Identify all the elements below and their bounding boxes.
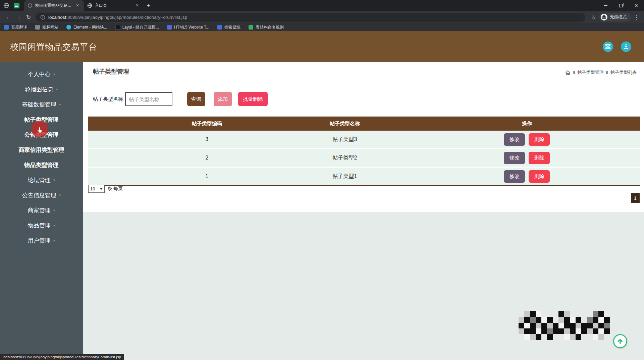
bookmark-label: 搜索壁纸 bbox=[224, 25, 240, 30]
tab-entry-page[interactable]: 入口页 × bbox=[84, 0, 144, 11]
window-close-button[interactable]: × bbox=[629, 0, 644, 11]
chevron-down-icon: ▾ bbox=[53, 72, 55, 77]
sidebar-nav: 个人中心▾ 轮播图信息▾ 基础数据管理▾ 帖子类型管理 公告类型管理 商家信用类… bbox=[0, 62, 83, 360]
minimize-icon bbox=[604, 5, 607, 6]
chevron-down-icon: ▾ bbox=[56, 87, 58, 92]
column-header-name: 帖子类型名称 bbox=[276, 121, 414, 127]
expand-arrows-icon bbox=[605, 44, 611, 50]
sidebar-item-label: 公告信息管理 bbox=[22, 191, 56, 199]
breadcrumb: Ⅱ 帖子类型管理 Ⅱ 帖子类型列表 bbox=[565, 70, 637, 76]
breadcrumb-item[interactable]: 帖子类型列表 bbox=[610, 70, 637, 76]
per-page-value: 10 bbox=[90, 186, 95, 191]
bookmark-favicon bbox=[249, 25, 253, 30]
bookmark-item[interactable]: 表结构命名规则 bbox=[249, 25, 284, 30]
new-tab-button[interactable]: + bbox=[144, 1, 154, 10]
search-field-label: 帖子类型名称 bbox=[93, 96, 123, 102]
edit-button[interactable]: 修改 bbox=[504, 152, 525, 164]
sidebar-item-personal-center[interactable]: 个人中心▾ bbox=[0, 67, 83, 82]
sidebar-item-label: 论坛管理 bbox=[28, 176, 51, 184]
reload-icon[interactable]: ↻ bbox=[23, 14, 34, 21]
bookmark-item[interactable]: 图标网站 bbox=[35, 25, 58, 30]
sidebar-item-label: 基础数据管理 bbox=[22, 101, 56, 108]
cell-name: 帖子类型3 bbox=[276, 136, 414, 143]
cell-code: 1 bbox=[138, 173, 276, 179]
click-indicator bbox=[31, 121, 48, 137]
sidebar-item-merchant[interactable]: 商家管理▾ bbox=[0, 203, 83, 218]
cell-name: 帖子类型2 bbox=[276, 154, 414, 162]
app-header: 校园闲置物品交易平台 bbox=[0, 31, 644, 62]
window-controls: × bbox=[598, 0, 644, 11]
user-icon bbox=[623, 44, 629, 50]
user-profile-button[interactable] bbox=[621, 42, 631, 52]
address-bar[interactable]: localhost:8080/wupinjiaoyipingtai/jsp/mo… bbox=[36, 13, 585, 22]
tab-favicon-globe-icon bbox=[28, 3, 33, 8]
back-to-top-button[interactable] bbox=[613, 334, 627, 348]
browser-menu-icon[interactable]: ⋮ bbox=[634, 14, 639, 20]
censored-watermark bbox=[519, 311, 610, 340]
current-page-button[interactable]: 1 bbox=[631, 193, 640, 203]
tab-current-page[interactable]: 校园闲置物品交易平台 × bbox=[24, 0, 84, 11]
home-icon[interactable] bbox=[565, 70, 571, 75]
forward-icon[interactable]: → bbox=[13, 14, 23, 20]
table-row: 3 帖子类型3 修改 删除 bbox=[88, 131, 640, 148]
chevron-down-icon: ▾ bbox=[53, 223, 55, 228]
delete-button[interactable]: 删除 bbox=[529, 170, 550, 183]
tab-close-icon[interactable]: × bbox=[134, 3, 140, 9]
back-icon[interactable]: ← bbox=[3, 14, 13, 20]
batch-delete-button[interactable]: 批量删除 bbox=[238, 92, 268, 106]
delete-button[interactable]: 删除 bbox=[529, 152, 550, 164]
breadcrumb-separator: Ⅱ bbox=[573, 70, 575, 75]
table-row: 1 帖子类型1 修改 删除 bbox=[88, 168, 640, 185]
table-header-row: 帖子类型编码 帖子类型名称 操作 bbox=[88, 117, 640, 131]
sidebar-item-merchant-credit-type[interactable]: 商家信用类型管理 bbox=[0, 142, 83, 158]
sidebar-item-notice-info[interactable]: 公告信息管理▾ bbox=[0, 188, 83, 203]
bookmark-item[interactable]: Layui - 经典开源模... bbox=[115, 25, 159, 30]
sidebar-item-label: 用户管理 bbox=[28, 237, 51, 244]
incognito-icon bbox=[601, 14, 607, 20]
sidebar-item-carousel-info[interactable]: 轮播图信息▾ bbox=[0, 82, 83, 97]
chevron-down-icon bbox=[100, 188, 103, 190]
sidebar-item-goods[interactable]: 物品管理▾ bbox=[0, 218, 83, 233]
bookmark-favicon bbox=[35, 25, 40, 30]
tab-close-icon[interactable]: × bbox=[74, 3, 80, 9]
sidebar-item-user[interactable]: 用户管理▾ bbox=[0, 233, 83, 248]
chevron-down-icon: ▾ bbox=[59, 102, 61, 107]
query-button[interactable]: 查询 bbox=[187, 92, 205, 106]
add-button[interactable]: 添加 bbox=[214, 92, 232, 106]
sidebar-item-label: 物品管理 bbox=[28, 222, 51, 229]
globe-pinned-tab-icon[interactable] bbox=[3, 3, 9, 8]
per-page-select[interactable]: 10 bbox=[88, 185, 105, 193]
cell-name: 帖子类型1 bbox=[276, 173, 414, 180]
sidebar-item-base-data[interactable]: 基础数据管理▾ bbox=[0, 97, 83, 112]
breadcrumb-item[interactable]: 帖子类型管理 bbox=[578, 70, 604, 76]
green-doc-pinned-tab-icon[interactable] bbox=[14, 3, 19, 8]
url-path: :8080/wupinjiaoyipingtai/jsp/modules/dic… bbox=[66, 15, 187, 20]
fullscreen-button[interactable] bbox=[603, 42, 613, 52]
edit-button[interactable]: 修改 bbox=[504, 133, 525, 146]
edit-button[interactable]: 修改 bbox=[504, 170, 525, 183]
sidebar-item-goods-type[interactable]: 物品类型管理 bbox=[0, 158, 83, 173]
search-input[interactable] bbox=[125, 92, 172, 106]
sidebar-item-label: 轮播图信息 bbox=[25, 86, 53, 93]
bookmark-label: Layui - 经典开源模... bbox=[122, 25, 159, 30]
column-header-code: 帖子类型编码 bbox=[138, 121, 276, 127]
bookmark-label: HTML5 Website T... bbox=[174, 25, 209, 30]
page-title: 帖子类型管理 bbox=[93, 68, 129, 76]
bookmark-item[interactable]: 百度翻译 bbox=[4, 25, 27, 30]
bookmark-star-icon[interactable]: ☆ bbox=[591, 14, 596, 20]
window-restore-button[interactable] bbox=[613, 0, 629, 11]
tab-title: 校园闲置物品交易平台 bbox=[35, 3, 74, 8]
delete-button[interactable]: 删除 bbox=[529, 133, 550, 146]
sidebar-item-forum[interactable]: 论坛管理▾ bbox=[0, 173, 83, 188]
bookmark-item[interactable]: HTML5 Website T... bbox=[167, 25, 209, 30]
restore-icon bbox=[619, 4, 623, 7]
bookmark-item[interactable]: 搜索壁纸 bbox=[217, 25, 240, 30]
window-minimize-button[interactable] bbox=[598, 0, 613, 11]
tab-title: 入口页 bbox=[95, 3, 134, 8]
bookmark-item[interactable]: Element - 网站快... bbox=[66, 25, 107, 30]
per-page-suffix: 条 每页 bbox=[107, 186, 123, 192]
site-info-icon[interactable] bbox=[40, 15, 45, 20]
breadcrumb-separator: Ⅱ bbox=[606, 70, 608, 75]
browser-toolbar: ← → ↻ localhost:8080/wupinjiaoyipingtai/… bbox=[0, 11, 644, 23]
pinned-tabs bbox=[0, 3, 24, 8]
